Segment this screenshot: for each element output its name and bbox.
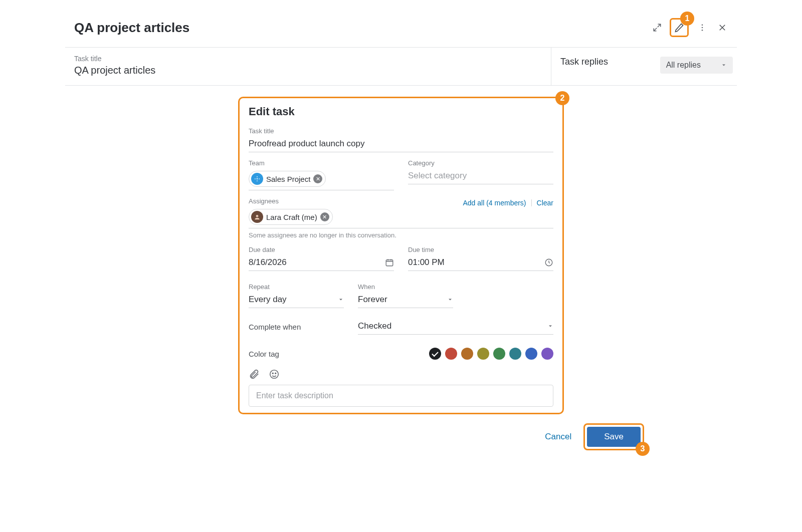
task-title-input[interactable]: Proofread product launch copy [249, 137, 553, 152]
svg-point-7 [257, 180, 258, 181]
header-bar: QA project articles 1 [65, 15, 737, 47]
complete-when-label: Complete when [249, 323, 344, 331]
task-replies-heading: Task replies [560, 57, 608, 67]
edit-task-panel: 2 Edit task Task title Proofread product… [238, 97, 564, 414]
color-swatch[interactable] [541, 348, 553, 360]
assignees-label: Assignees [249, 197, 279, 205]
svg-point-2 [702, 30, 703, 31]
svg-point-12 [272, 373, 273, 374]
color-swatch[interactable] [461, 348, 473, 360]
repeat-label: Repeat [249, 283, 344, 291]
chevron-down-icon [721, 62, 727, 68]
svg-rect-9 [386, 260, 393, 266]
clock-icon [544, 258, 553, 267]
assignee-note: Some assignees are no longer in this con… [249, 231, 553, 239]
more-icon[interactable] [693, 18, 712, 37]
replies-filter-value: All replies [666, 61, 701, 70]
task-title-field-label: Task title [249, 127, 553, 135]
category-label: Category [408, 159, 553, 167]
due-time-input[interactable]: 01:00 PM [408, 255, 553, 271]
add-all-link[interactable]: Add all (4 members) [463, 199, 526, 207]
task-description-input[interactable]: Enter task description [249, 385, 553, 407]
svg-point-13 [275, 373, 276, 374]
due-date-label: Due date [249, 246, 394, 253]
assignee-chip: Lara Craft (me) ✕ [249, 209, 333, 225]
callout-badge-2: 2 [555, 91, 569, 105]
color-tag-label: Color tag [249, 350, 279, 358]
svg-point-4 [255, 178, 256, 179]
assignee-avatar-icon [251, 211, 263, 223]
edit-icon[interactable]: 1 [670, 18, 689, 37]
svg-point-6 [257, 176, 258, 177]
color-swatch[interactable] [509, 348, 521, 360]
chevron-down-icon [338, 297, 344, 303]
color-swatch[interactable] [477, 348, 489, 360]
close-icon[interactable] [713, 18, 732, 37]
task-meta-row: Task title QA project articles Task repl… [65, 48, 737, 86]
assignees-input[interactable]: Lara Craft (me) ✕ [249, 207, 553, 228]
svg-point-5 [259, 178, 260, 179]
when-select[interactable]: Forever [358, 293, 453, 308]
footer-actions: Cancel Save 3 [318, 423, 644, 450]
color-swatch[interactable] [493, 348, 505, 360]
complete-when-select[interactable]: Checked [358, 319, 553, 335]
save-button-highlight: Save 3 [583, 423, 644, 450]
when-label: When [358, 283, 453, 291]
color-swatch[interactable] [445, 348, 457, 360]
due-date-input[interactable]: 8/16/2026 [249, 255, 394, 271]
chevron-down-icon [447, 297, 453, 303]
team-input[interactable]: Sales Project ✕ [249, 169, 394, 190]
due-time-label: Due time [408, 246, 553, 253]
page-title: QA project articles [74, 20, 189, 36]
replies-filter-select[interactable]: All replies [660, 57, 733, 74]
color-swatch[interactable] [429, 348, 441, 360]
remove-assignee-icon[interactable]: ✕ [320, 212, 329, 221]
color-swatches [429, 348, 553, 360]
repeat-select[interactable]: Every day [249, 293, 344, 308]
callout-badge-1: 1 [680, 12, 694, 26]
emoji-icon[interactable] [269, 369, 280, 380]
remove-team-icon[interactable]: ✕ [313, 174, 322, 183]
attachment-icon[interactable] [249, 369, 260, 380]
chevron-down-icon [547, 323, 553, 329]
svg-point-1 [702, 27, 703, 29]
clear-assignees-link[interactable]: Clear [537, 199, 553, 207]
svg-point-8 [256, 215, 259, 217]
team-chip: Sales Project ✕ [249, 171, 326, 187]
task-title-value: QA project articles [74, 65, 551, 76]
callout-badge-3: 3 [636, 442, 650, 456]
svg-point-0 [702, 24, 703, 26]
edit-task-heading: Edit task [249, 105, 553, 118]
header-actions: 1 [648, 18, 732, 37]
cancel-button[interactable]: Cancel [545, 432, 571, 442]
svg-point-3 [257, 178, 258, 179]
category-input[interactable]: Select category [408, 169, 553, 184]
calendar-icon [385, 258, 394, 267]
team-avatar-icon [251, 173, 263, 185]
task-title-label: Task title [74, 55, 551, 63]
expand-icon[interactable] [648, 18, 667, 37]
team-label: Team [249, 159, 394, 167]
svg-point-11 [270, 370, 279, 379]
color-swatch[interactable] [525, 348, 537, 360]
save-button[interactable]: Save [587, 427, 641, 447]
